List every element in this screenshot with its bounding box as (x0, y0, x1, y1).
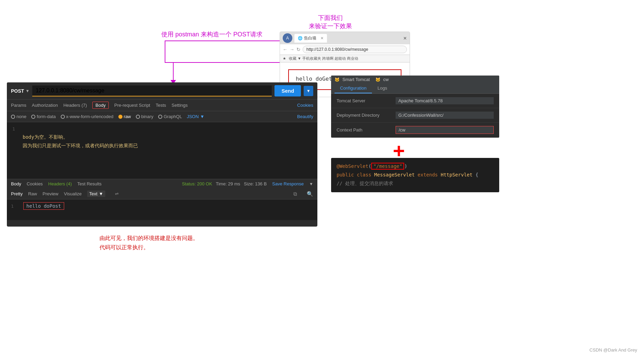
class-name: MessageServlet (374, 172, 418, 177)
radio-dot-formdata (31, 115, 35, 119)
context-path-value: /cw (396, 126, 494, 134)
browser-tab-label: 告白墙 (304, 35, 316, 41)
conclusion-line2: 代码可以正常执行。 (99, 243, 198, 252)
cw-icon: 🐱 (375, 77, 380, 82)
radio-dot-binary (136, 115, 140, 119)
radio-label-graphql: GraphQL (164, 114, 182, 119)
purple-arrow-postman (171, 63, 176, 84)
tab-settings[interactable]: Settings (172, 103, 188, 108)
result-tab-raw[interactable]: Raw (28, 191, 37, 196)
ide-tab-logs[interactable]: Logs (372, 83, 393, 93)
code-text-line2: 因为我们只是测试一下环境，或者代码的执行效果而已 (23, 141, 312, 150)
ide-panel: 🐱 Smart Tomcat 🐱 cw Configuration Logs T… (331, 76, 499, 138)
send-dropdown-button[interactable]: ▼ (304, 86, 313, 96)
copy-icon[interactable]: ⧉ (293, 191, 297, 197)
arrow-shaft (173, 63, 174, 80)
size-info: Size: 136 B (244, 181, 267, 186)
address-input[interactable]: http://127.0.0.1:8080/cw/message (303, 46, 407, 53)
result-code-area: 1 hello doPost (7, 199, 317, 220)
code-line-class: public class MessageServlet extends Http… (337, 171, 494, 179)
time-info: Time: 29 ms (216, 181, 240, 186)
result-tab-preview[interactable]: Preview (43, 191, 58, 196)
cookies-link[interactable]: Cookies (297, 103, 313, 108)
browser-address-bar: ← → ↻ http://127.0.0.1:8080/cw/message (280, 44, 410, 55)
radio-binary[interactable]: binary (136, 114, 153, 119)
radio-none[interactable]: none (11, 114, 26, 119)
tomcat-server-label: Tomcat Server (337, 98, 391, 103)
deployment-dir-label: Deployment Directory (337, 113, 391, 118)
method-container: POST ▼ (11, 88, 30, 94)
verify-line2: 来验证一下效果 (309, 22, 352, 30)
method-label: POST (11, 88, 24, 94)
beautify-link[interactable]: Beautify (297, 114, 313, 119)
ide-tab-configuration[interactable]: Configuration (335, 83, 372, 93)
result-line-row: 1 hello doPost (11, 202, 313, 210)
tab-body[interactable]: Body (92, 102, 109, 109)
save-response-link[interactable]: Save Response (272, 181, 304, 186)
text-dropdown[interactable]: Text ▼ (87, 191, 105, 197)
result-content: hello doPost (23, 202, 64, 210)
close-browser-icon[interactable]: ✕ (403, 36, 407, 41)
smart-tomcat-icon: 🐱 (335, 77, 340, 82)
tab-prerequest[interactable]: Pre-request Script (114, 103, 150, 108)
verify-line1: 下面我们 (309, 14, 352, 22)
method-chevron[interactable]: ▼ (25, 89, 30, 93)
status-ok: Status: 200 OK (182, 181, 212, 186)
save-response-chevron[interactable]: ▼ (309, 182, 313, 186)
code-line-1: 1 (12, 126, 312, 131)
result-tab-visualize[interactable]: Visualize (64, 191, 82, 196)
format-icon[interactable]: ⇌ (115, 191, 119, 196)
radio-label-none: none (16, 114, 26, 119)
result-tab-testresults[interactable]: Test Results (77, 181, 102, 186)
tab-authorization[interactable]: Authorization (32, 103, 58, 108)
tab-secure-icon: 🌐 (298, 36, 303, 41)
browser-bookmarks: ★ 收藏 ▼ 手机收藏夹 跨墙啊 超能动 商业动 (280, 55, 410, 62)
text-chevron: ▼ (99, 191, 103, 196)
at-symbol: @WebServlet (337, 163, 368, 169)
code-text-line1: body为空。不影响。 (23, 133, 312, 141)
url-display[interactable]: 127.0.0.1:8080/cw/message (32, 85, 272, 96)
radio-graphql[interactable]: GraphQL (158, 114, 182, 119)
result-tab-headers[interactable]: Headers (4) (48, 181, 72, 186)
send-button[interactable]: Send (274, 85, 301, 96)
kw-extends: extends (418, 172, 441, 177)
ide-field-context: Context Path /cw (331, 123, 499, 138)
tab-params[interactable]: Params (11, 103, 26, 108)
json-chevron: ▼ (200, 114, 204, 119)
parent-class: HttpServlet (441, 172, 475, 177)
ide-field-deployment: Deployment Directory G:/ConfessionWall/s… (331, 108, 499, 123)
result-tab-pretty[interactable]: Pretty (11, 191, 23, 196)
purple-box (165, 41, 285, 63)
search-icon[interactable]: 🔍 (307, 191, 313, 197)
radio-formdata[interactable]: form-data (31, 114, 56, 119)
tab-tests[interactable]: Tests (156, 103, 166, 108)
result-tab-cookies[interactable]: Cookies (27, 181, 43, 186)
verify-annotation: 下面我们 来验证一下效果 (309, 14, 352, 30)
radio-bar: none form-data x-www-form-urlencoded raw… (7, 111, 317, 122)
result-bar: Body Cookies Headers (4) Test Results St… (7, 179, 317, 188)
comment-text: // 处理、提交消息的请求 (337, 181, 393, 186)
deployment-dir-value: G:/ConfessionWall/src/ (396, 112, 494, 119)
open-paren: ( (368, 163, 371, 169)
code-line-webservlet: @WebServlet("/message") (337, 162, 494, 171)
json-dropdown[interactable]: JSON ▼ (187, 114, 204, 119)
browser-tabs: A 🌐 告白墙 ✕ ✕ (280, 32, 410, 44)
radio-label-binary: binary (141, 114, 153, 119)
radio-raw[interactable]: raw (118, 114, 131, 119)
radio-dot-graphql (158, 115, 162, 119)
ide-top-label: Smart Tomcat (342, 77, 370, 82)
star-icon: ★ (283, 56, 286, 61)
bookmarks-text: 收藏 ▼ 手机收藏夹 跨墙啊 超能动 商业动 (289, 56, 358, 61)
reload-icon[interactable]: ↻ (296, 47, 301, 52)
browser-avatar: A (283, 33, 292, 43)
browser-tab[interactable]: 🌐 告白墙 ✕ (294, 34, 327, 43)
ide-tab-bar: Configuration Logs (331, 83, 499, 94)
forward-icon[interactable]: → (290, 47, 294, 52)
postman-top-bar: POST ▼ 127.0.0.1:8080/cw/message Send ▼ (7, 82, 317, 100)
back-icon[interactable]: ← (283, 47, 288, 52)
radio-urlencoded[interactable]: x-www-form-urlencoded (61, 114, 114, 119)
close-tab-icon[interactable]: ✕ (320, 36, 324, 41)
servlet-path: "/message" (371, 163, 404, 170)
result-tab-body[interactable]: Body (11, 181, 21, 186)
tab-headers[interactable]: Headers (7) (63, 103, 87, 108)
